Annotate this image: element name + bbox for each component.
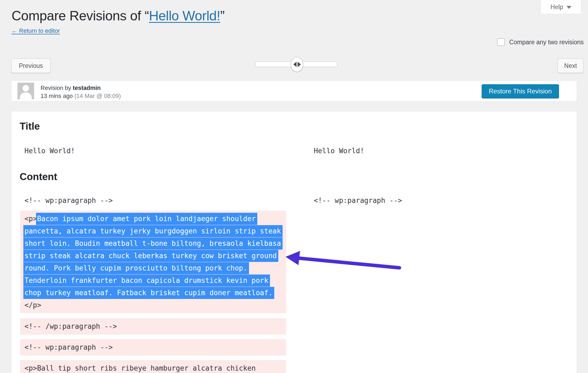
deleted-paragraph-line: Tenderloin frankfurter bacon capicola dr… bbox=[24, 274, 282, 287]
triangle-right-icon bbox=[298, 62, 301, 67]
compare-checkbox-label: Compare any two revisions bbox=[509, 39, 584, 46]
deleted-paragraph-line: <p>Bacon ipsum dolor amet pork loin land… bbox=[24, 213, 282, 225]
page-title: Compare Revisions of “Hello World!” bbox=[12, 8, 225, 24]
content-heading: Content bbox=[20, 171, 577, 183]
selected-text: Tenderloin frankfurter bacon capicola dr… bbox=[23, 275, 270, 287]
selected-text: short loin. Boudin meatball t-bone bilto… bbox=[23, 237, 283, 250]
restore-this-revision-button[interactable]: Restore This Revision bbox=[482, 84, 559, 98]
revision-date-line: 13 mins ago (14 Mar @ 08:09) bbox=[41, 92, 121, 100]
byline-prefix: Revision by bbox=[41, 85, 73, 91]
chevron-down-icon bbox=[567, 6, 571, 9]
title-heading: Title bbox=[20, 120, 577, 132]
deleted-block-line: <p>Ball tip short ribs ribeye hamburger … bbox=[20, 360, 286, 373]
selected-text: round. Pork belly cupim prosciutto bilto… bbox=[23, 262, 249, 274]
revision-author-line: Revision by testadmin bbox=[41, 84, 121, 92]
title-old-value: Hello World! bbox=[20, 147, 286, 155]
empty-new-cell bbox=[314, 211, 580, 313]
avatar bbox=[17, 83, 34, 99]
title-new-value: Hello World! bbox=[314, 147, 580, 155]
help-label: Help bbox=[550, 3, 563, 11]
deleted-paragraph-line: short loin. Boudin meatball t-bone bilto… bbox=[24, 237, 282, 250]
deleted-paragraph-line: pancetta, alcatra turkey jerky burgdogge… bbox=[24, 225, 282, 237]
deleted-block-row: <!-- wp:paragraph --> bbox=[20, 339, 577, 356]
title-diff-row: Hello World! Hello World! bbox=[20, 147, 577, 155]
revision-meta-bar: Revision by testadmin 13 mins ago (14 Ma… bbox=[11, 81, 577, 101]
deleted-blocks: <!-- /wp:paragraph --><!-- wp:paragraph … bbox=[12, 318, 577, 373]
page-title-suffix: ” bbox=[220, 8, 225, 23]
paragraph-open-tag: <p> bbox=[24, 215, 37, 223]
diff-card: Title Hello World! Hello World! Content … bbox=[11, 111, 577, 373]
deleted-paragraph-line: chop turkey meatloaf. Fatback brisket cu… bbox=[24, 287, 282, 299]
revision-slider-thumb[interactable] bbox=[291, 57, 303, 72]
deleted-block-line: <!-- wp:paragraph --> bbox=[20, 339, 286, 356]
revision-time-ago: 13 mins ago bbox=[41, 93, 74, 99]
deleted-paragraph-line: strip steak alcatra chuck leberkas turke… bbox=[24, 250, 282, 262]
empty-new-cell bbox=[314, 360, 580, 373]
context-old-line: <!-- wp:paragraph --> bbox=[20, 196, 286, 205]
return-to-editor-link[interactable]: ← Return to editor bbox=[12, 27, 60, 34]
context-new-line: <!-- wp:paragraph --> bbox=[314, 196, 580, 205]
empty-new-cell bbox=[314, 339, 580, 356]
previous-button[interactable]: Previous bbox=[11, 58, 50, 73]
selected-text: strip steak alcatra chuck leberkas turke… bbox=[23, 250, 278, 262]
paragraph-close-tag: </p> bbox=[24, 299, 282, 311]
selected-text: Bacon ipsum dolor amet pork loin landjae… bbox=[36, 213, 257, 225]
revision-author: testadmin bbox=[73, 85, 101, 91]
revision-byline: Revision by testadmin 13 mins ago (14 Ma… bbox=[41, 84, 121, 100]
deleted-paragraph-line: round. Pork belly cupim prosciutto bilto… bbox=[24, 262, 282, 274]
page-title-prefix: Compare Revisions of “ bbox=[12, 8, 149, 23]
next-button[interactable]: Next bbox=[558, 58, 583, 73]
deleted-block-row: <!-- /wp:paragraph --> bbox=[20, 318, 577, 335]
deleted-paragraph: <p>Bacon ipsum dolor amet pork loin land… bbox=[20, 211, 286, 313]
compare-checkbox[interactable] bbox=[497, 38, 505, 46]
revision-datestamp: (14 Mar @ 08:09) bbox=[74, 93, 121, 99]
deleted-paragraph-row: <p>Bacon ipsum dolor amet pork loin land… bbox=[20, 211, 577, 313]
empty-new-cell bbox=[314, 318, 580, 335]
deleted-block-row: <p>Ball tip short ribs ribeye hamburger … bbox=[20, 360, 577, 373]
deleted-block-line: <!-- /wp:paragraph --> bbox=[20, 318, 286, 335]
context-diff-row: <!-- wp:paragraph --> <!-- wp:paragraph … bbox=[20, 196, 577, 205]
triangle-left-icon bbox=[293, 62, 297, 67]
help-menu[interactable]: Help bbox=[540, 0, 581, 14]
post-title-link[interactable]: Hello World! bbox=[149, 8, 220, 23]
selected-text: chop turkey meatloaf. Fatback brisket cu… bbox=[23, 287, 274, 299]
selected-text: pancetta, alcatra turkey jerky burgdogge… bbox=[23, 225, 283, 237]
revision-slider[interactable] bbox=[255, 61, 337, 67]
compare-any-two-revisions-control[interactable]: Compare any two revisions bbox=[497, 38, 584, 46]
